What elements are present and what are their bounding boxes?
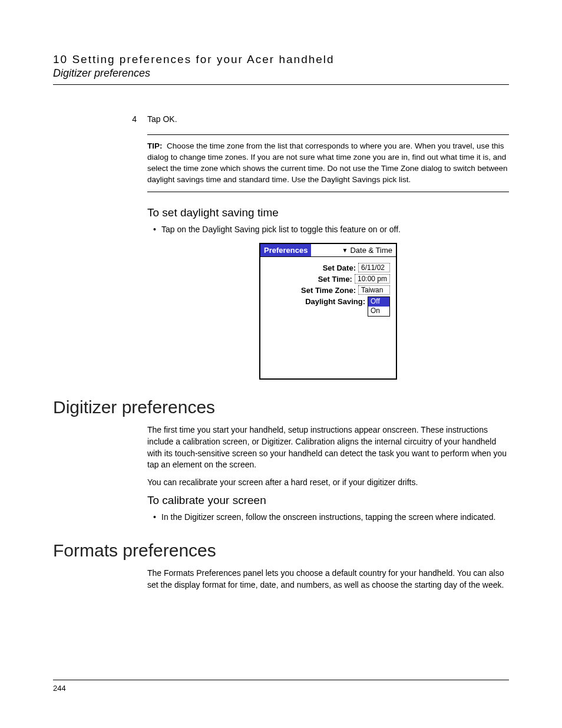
set-time-value[interactable]: 10:00 pm <box>355 274 390 284</box>
dropdown-arrow-icon: ▼ <box>342 247 348 253</box>
page-header: 10 Setting preferences for your Acer han… <box>53 53 509 85</box>
set-timezone-value[interactable]: Taiwan <box>358 285 390 295</box>
chapter-title: 10 Setting preferences for your Acer han… <box>53 53 509 66</box>
bullet-icon: • <box>147 224 161 235</box>
formats-heading: Formats preferences <box>53 541 509 561</box>
section-subtitle: Digitizer preferences <box>53 67 509 80</box>
calibrate-bullet-item: • In the Digitizer screen, follow the on… <box>147 512 509 523</box>
digitizer-p1: The first time you start your handheld, … <box>147 424 509 470</box>
step-item: 4 Tap OK. <box>130 114 509 124</box>
palm-preferences-screenshot: Preferences ▼ Date & Time Set Date: 6/11… <box>259 243 397 380</box>
calibrate-heading: To calibrate your screen <box>147 494 509 507</box>
dst-bullet-item: • Tap on the Daylight Saving pick list t… <box>147 224 509 235</box>
set-date-value[interactable]: 6/11/02 <box>358 263 390 272</box>
palm-form: Set Date: 6/11/02 Set Time: 10:00 pm Set… <box>260 257 396 316</box>
set-timezone-label: Set Time Zone: <box>301 286 358 295</box>
palm-titlebar: Preferences ▼ Date & Time <box>260 244 396 257</box>
step-text: Tap OK. <box>147 114 177 124</box>
palm-category-label: Date & Time <box>350 246 392 255</box>
dst-heading: To set daylight saving time <box>147 206 509 219</box>
step-number: 4 <box>130 114 147 124</box>
dst-bullet-text: Tap on the Daylight Saving pick list to … <box>161 224 401 235</box>
page-number: 244 <box>53 684 66 693</box>
daylight-saving-label: Daylight Saving: <box>305 297 368 306</box>
bullet-icon: • <box>147 512 161 523</box>
palm-app-title: Preferences <box>260 244 311 256</box>
set-time-label: Set Time: <box>318 275 355 284</box>
digitizer-heading: Digitizer preferences <box>53 397 509 417</box>
digitizer-p2: You can recalibrate your screen after a … <box>147 477 509 489</box>
tip-body: Choose the time zone from the list that … <box>147 141 508 184</box>
formats-p1: The Formats Preferences panel lets you c… <box>147 568 509 591</box>
daylight-saving-picklist[interactable]: Off On <box>368 297 390 316</box>
palm-category-picker[interactable]: ▼ Date & Time <box>342 246 396 255</box>
calibrate-bullet-text: In the Digitizer screen, follow the onsc… <box>161 512 495 523</box>
tip-label: TIP: <box>147 141 163 150</box>
set-date-label: Set Date: <box>323 263 358 272</box>
ds-option-on[interactable]: On <box>368 307 389 316</box>
tip-callout: TIP: Choose the time zone from the list … <box>147 134 509 192</box>
page-footer: 244 <box>53 680 509 693</box>
ds-option-off[interactable]: Off <box>368 297 389 307</box>
